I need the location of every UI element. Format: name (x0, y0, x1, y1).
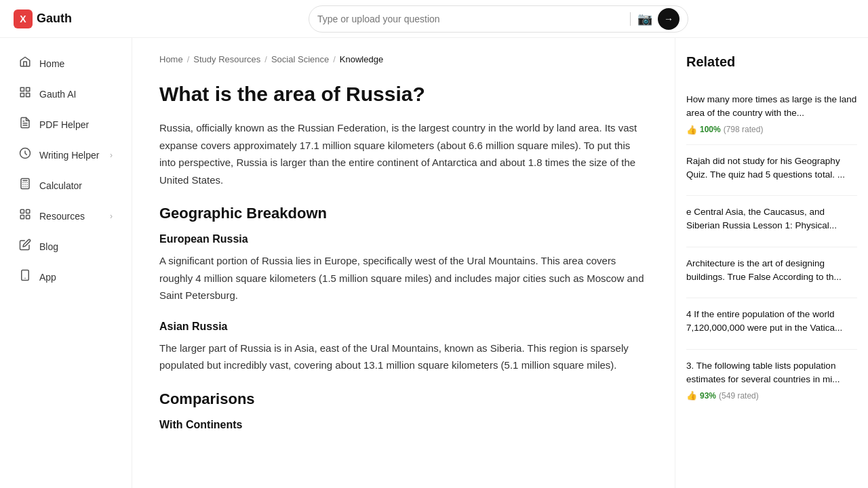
svg-rect-0 (20, 87, 24, 91)
breadcrumb-sep-3: / (333, 54, 336, 64)
article-intro: Russia, officially known as the Russian … (159, 119, 648, 188)
related-item-0[interactable]: How many more times as large is the land… (686, 83, 857, 145)
related-item-5-pct: 93% (700, 391, 716, 401)
blog-icon (19, 239, 31, 254)
related-item-0-pct: 100% (700, 125, 721, 134)
breadcrumb-active: Knowledge (340, 54, 383, 64)
sidebar-item-writing-label: Writing Helper (39, 150, 99, 161)
breadcrumb-social-science[interactable]: Social Science (271, 54, 329, 64)
sidebar-item-home-label: Home (39, 58, 64, 69)
resources-icon (19, 208, 31, 224)
sidebar-item-calculator[interactable]: Calculator (5, 171, 126, 200)
home-icon (19, 56, 31, 71)
logo-text: Gauth (37, 12, 72, 26)
svg-rect-3 (26, 94, 30, 97)
sidebar: Home Gauth AI PDF Helper Writing Helper … (0, 38, 132, 488)
sub3-heading: With Continents (159, 419, 648, 431)
sidebar-item-gauth-ai[interactable]: Gauth AI (5, 79, 126, 108)
svg-rect-2 (20, 94, 24, 97)
chevron-right-icon: › (110, 150, 113, 160)
search-divider (630, 12, 631, 26)
related-item-5[interactable]: 3. The following table lists population … (686, 350, 857, 411)
sub2-text: The larger part of Russia is in Asia, ea… (159, 340, 648, 374)
related-item-0-rating: 👍 100% (798 rated) (686, 125, 857, 135)
related-item-3-text: Architecture is the art of designing bui… (686, 257, 857, 285)
gauth-ai-icon (19, 86, 31, 102)
chevron-right-icon-2: › (110, 211, 113, 221)
breadcrumb-home[interactable]: Home (159, 54, 183, 64)
related-title: Related (686, 54, 857, 70)
breadcrumb-sep-1: / (187, 54, 190, 64)
thumbs-up-icon-0: 👍 (686, 125, 697, 135)
breadcrumb: Home / Study Resources / Social Science … (159, 54, 648, 64)
related-item-2-text: e Central Asia, the Caucasus, and Siberi… (686, 205, 857, 233)
layout: Home Gauth AI PDF Helper Writing Helper … (0, 38, 868, 488)
logo[interactable]: X Gauth (14, 9, 142, 28)
related-item-1[interactable]: Rajah did not study for his Geography Qu… (686, 145, 857, 197)
sidebar-item-gauth-ai-label: Gauth AI (39, 89, 76, 100)
search-bar: 📷 → (309, 5, 688, 33)
article-body: What is the area of Russia? Russia, offi… (159, 81, 648, 431)
sidebar-item-home[interactable]: Home (5, 49, 126, 78)
sidebar-item-app-label: App (39, 272, 56, 283)
sidebar-item-app[interactable]: App (5, 262, 126, 291)
topbar: X Gauth 📷 → (0, 0, 868, 38)
svg-rect-18 (20, 209, 24, 213)
main-content: Home / Study Resources / Social Science … (132, 38, 675, 488)
search-bar-wrapper: 📷 → (142, 5, 854, 33)
article-title: What is the area of Russia? (159, 81, 648, 107)
related-item-2[interactable]: e Central Asia, the Caucasus, and Siberi… (686, 196, 857, 247)
related-item-0-count: (798 rated) (724, 125, 764, 134)
related-item-3[interactable]: Architecture is the art of designing bui… (686, 247, 857, 299)
sub2-heading: Asian Russia (159, 321, 648, 333)
camera-icon[interactable]: 📷 (637, 12, 652, 26)
sub1-text: A significant portion of Russia lies in … (159, 252, 648, 304)
related-item-5-count: (549 rated) (719, 391, 759, 401)
svg-rect-20 (20, 216, 24, 219)
sidebar-item-resources[interactable]: Resources › (5, 201, 126, 230)
related-item-0-text: How many more times as large is the land… (686, 93, 857, 121)
search-input[interactable] (317, 14, 623, 24)
thumbs-up-icon-5: 👍 (686, 390, 697, 401)
sidebar-item-blog-label: Blog (39, 241, 58, 252)
calculator-icon (19, 178, 31, 193)
related-item-1-text: Rajah did not study for his Geography Qu… (686, 155, 857, 182)
logo-icon: X (14, 9, 33, 28)
sidebar-item-writing-helper[interactable]: Writing Helper › (5, 140, 126, 169)
sidebar-item-resources-label: Resources (39, 211, 85, 222)
svg-rect-1 (26, 87, 30, 91)
pdf-helper-icon (19, 117, 31, 132)
svg-rect-19 (26, 209, 30, 213)
breadcrumb-sep-2: / (264, 54, 267, 64)
section1-heading: Geographic Breakdown (159, 205, 648, 222)
breadcrumb-study-resources[interactable]: Study Resources (193, 54, 260, 64)
sidebar-item-pdf-helper[interactable]: PDF Helper (5, 110, 126, 139)
sidebar-item-pdf-label: PDF Helper (39, 119, 89, 130)
sidebar-item-blog[interactable]: Blog (5, 232, 126, 261)
sub1-heading: European Russia (159, 233, 648, 245)
section2-heading: Comparisons (159, 390, 648, 408)
related-item-4-text: 4 If the entire population of the world … (686, 308, 857, 336)
related-item-5-rating: 👍 93% (549 rated) (686, 390, 857, 401)
writing-helper-icon (19, 147, 31, 163)
svg-rect-21 (26, 216, 30, 219)
search-submit-button[interactable]: → (658, 8, 679, 30)
related-item-5-text: 3. The following table lists population … (686, 359, 857, 387)
related-item-4[interactable]: 4 If the entire population of the world … (686, 298, 857, 350)
sidebar-item-calculator-label: Calculator (39, 180, 82, 191)
right-panel: Related How many more times as large is … (675, 38, 868, 488)
app-icon (19, 269, 31, 285)
